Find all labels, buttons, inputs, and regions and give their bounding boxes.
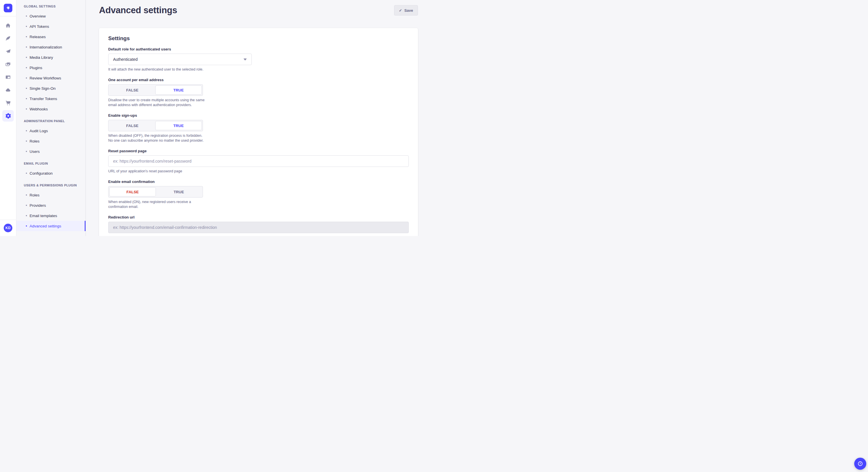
bullet-icon: [26, 151, 27, 152]
sidebar-item-audit-logs[interactable]: Audit Logs: [17, 126, 86, 136]
rail-footer: KD: [0, 220, 16, 236]
reset-password-input[interactable]: [108, 156, 409, 167]
sidebar-item-releases[interactable]: Releases: [17, 32, 86, 42]
page-title: Advanced settings: [99, 5, 177, 15]
field-label: One account per email address: [108, 78, 409, 82]
bullet-icon: [26, 215, 27, 216]
toggle-option-true[interactable]: TRUE: [155, 86, 202, 95]
media-library-icon[interactable]: [2, 59, 14, 70]
chevron-down-icon: [243, 59, 247, 61]
default-role-select[interactable]: Authenticated: [108, 54, 252, 65]
settings-sidebar: GLOBAL SETTINGSOverviewAPI TokensRelease…: [17, 0, 86, 236]
toggle-option-false[interactable]: FALSE: [110, 86, 155, 95]
sidebar-item-label: Media Library: [30, 55, 53, 60]
sidebar-item-label: Single Sign-On: [30, 86, 56, 91]
bullet-icon: [26, 173, 27, 174]
field-hint: URL of your application's reset password…: [108, 169, 409, 174]
sidebar-item-label: Roles: [30, 139, 40, 143]
layout-icon[interactable]: [2, 71, 14, 83]
sidebar-item-label: API Tokens: [30, 24, 49, 29]
field-enable-sign-ups: Enable sign-ups FALSE TRUE When disabled…: [108, 113, 409, 143]
feather-icon[interactable]: [2, 33, 14, 44]
field-label: Redirection url: [108, 215, 409, 220]
sidebar-item-label: Configuration: [30, 171, 53, 175]
sidebar-item-email-templates[interactable]: Email templates: [17, 210, 86, 221]
sidebar-item-label: Transfer Tokens: [30, 97, 57, 101]
sidebar-section-label: USERS & PERMISSIONS PLUGIN: [17, 183, 86, 188]
field-enable-email-confirmation: Enable email confirmation FALSE TRUE Whe…: [108, 179, 409, 209]
strapi-logo-glyph: [5, 5, 11, 11]
paper-plane-icon[interactable]: [2, 45, 14, 57]
card-heading: Settings: [108, 35, 409, 42]
sidebar-item-label: Overview: [30, 14, 45, 19]
sidebar-item-roles[interactable]: Roles: [17, 190, 86, 200]
sidebar-item-label: Webhooks: [30, 107, 48, 111]
redirection-url-input: [108, 222, 409, 233]
field-label: Reset password page: [108, 149, 409, 154]
main-content: Advanced settings ✓ Save Settings Defaul…: [86, 0, 434, 236]
sidebar-item-webhooks[interactable]: Webhooks: [17, 104, 86, 114]
settings-gear-icon[interactable]: [2, 110, 14, 122]
strapi-logo[interactable]: [4, 4, 12, 12]
sidebar-section-label: EMAIL PLUGIN: [17, 161, 86, 166]
sidebar-item-label: Audit Logs: [30, 129, 48, 133]
bullet-icon: [26, 205, 27, 206]
home-icon[interactable]: [2, 20, 14, 31]
field-label: Enable sign-ups: [108, 113, 409, 118]
sidebar-item-label: Users: [30, 149, 40, 154]
save-button[interactable]: ✓ Save: [394, 5, 418, 15]
sidebar-item-providers[interactable]: Providers: [17, 200, 86, 210]
toggle-option-false[interactable]: FALSE: [110, 121, 155, 130]
sidebar-item-configuration[interactable]: Configuration: [17, 168, 86, 178]
enable-email-confirmation-toggle: FALSE TRUE: [108, 186, 203, 198]
sidebar-item-label: Email templates: [30, 214, 57, 218]
sidebar-item-users[interactable]: Users: [17, 146, 86, 157]
sidebar-item-roles[interactable]: Roles: [17, 136, 86, 146]
sidebar-item-plugins[interactable]: Plugins: [17, 63, 86, 73]
sidebar-item-single-sign-on[interactable]: Single Sign-On: [17, 83, 86, 94]
field-label: Enable email confirmation: [108, 179, 409, 184]
toggle-option-true[interactable]: TRUE: [155, 121, 202, 130]
field-hint: It will attach the new authenticated use…: [108, 67, 409, 72]
bullet-icon: [26, 26, 27, 27]
bullet-icon: [26, 140, 27, 142]
avatar[interactable]: KD: [4, 224, 12, 232]
sidebar-item-api-tokens[interactable]: API Tokens: [17, 21, 86, 32]
field-label: Default role for authenticated users: [108, 47, 409, 52]
field-hint: When disabled (OFF), the registration pr…: [108, 133, 207, 143]
toggle-option-true[interactable]: TRUE: [156, 187, 202, 196]
cloud-icon[interactable]: [2, 84, 14, 96]
settings-card: Settings Default role for authenticated …: [99, 28, 418, 236]
field-hint: When enabled (ON), new registered users …: [108, 200, 207, 209]
field-default-role: Default role for authenticated users Aut…: [108, 47, 409, 72]
sidebar-item-label: Review Workflows: [30, 76, 61, 80]
sidebar-item-internationalization[interactable]: Internationalization: [17, 42, 86, 52]
app-root: KD GLOBAL SETTINGSOverviewAPI TokensRele…: [0, 0, 434, 236]
bullet-icon: [26, 77, 27, 78]
sidebar-item-label: Providers: [30, 203, 46, 208]
sidebar-item-transfer-tokens[interactable]: Transfer Tokens: [17, 94, 86, 104]
sidebar-item-label: Internationalization: [30, 45, 62, 49]
logo-area: [0, 0, 16, 16]
toggle-option-false[interactable]: FALSE: [110, 187, 156, 196]
bullet-icon: [26, 57, 27, 58]
bullet-icon: [26, 130, 27, 131]
bullet-icon: [26, 15, 27, 16]
sidebar-section-label: ADMINISTRATION PANEL: [17, 119, 86, 123]
bullet-icon: [26, 194, 27, 196]
page-header: Advanced settings ✓ Save: [86, 0, 434, 15]
sidebar-item-advanced-settings[interactable]: Advanced settings: [17, 221, 86, 231]
bullet-icon: [26, 108, 27, 109]
bullet-icon: [26, 46, 27, 47]
sidebar-section-label: GLOBAL SETTINGS: [17, 4, 86, 9]
sidebar-item-label: Roles: [30, 193, 40, 197]
field-hint: Disallow the user to create multiple acc…: [108, 98, 207, 107]
enable-sign-ups-toggle: FALSE TRUE: [108, 120, 203, 131]
sidebar-item-review-workflows[interactable]: Review Workflows: [17, 73, 86, 83]
sidebar-item-overview[interactable]: Overview: [17, 11, 86, 21]
sidebar-item-media-library[interactable]: Media Library: [17, 52, 86, 63]
field-reset-password-page: Reset password page URL of your applicat…: [108, 149, 409, 174]
sidebar-item-label: Plugins: [30, 66, 42, 70]
field-redirection-url: Redirection url: [108, 215, 409, 233]
cart-icon[interactable]: [2, 97, 14, 109]
